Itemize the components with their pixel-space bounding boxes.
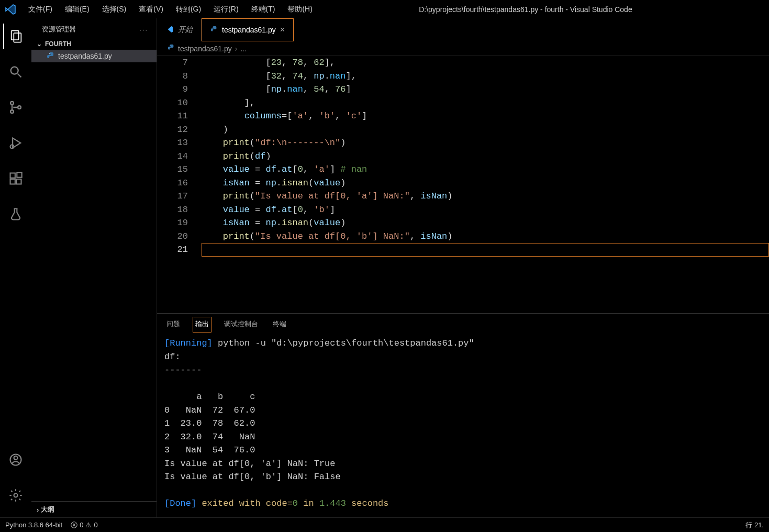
svg-rect-0 (12, 31, 19, 40)
line-number-gutter: 78910 11121314 15161718 192021 (157, 56, 202, 313)
output-done-msg: exited with (196, 498, 266, 508)
panel-tabs: 问题 输出 调试控制台 终端 (157, 314, 769, 332)
menu-help[interactable]: 帮助(H) (282, 3, 317, 16)
menu-edit[interactable]: 编辑(E) (60, 3, 95, 16)
tab-label: testpandas61.py (222, 26, 276, 34)
source-control-icon[interactable] (3, 95, 28, 120)
svg-rect-10 (10, 179, 15, 184)
svg-point-5 (10, 110, 14, 113)
tab-label: 开始 (178, 25, 193, 35)
menu-file[interactable]: 文件(F) (23, 3, 58, 16)
chevron-right-icon: › (235, 45, 238, 53)
editor-tabs: 开始 testpandas61.py × (157, 18, 769, 41)
menu-terminal[interactable]: 终端(T) (246, 3, 281, 16)
status-bar: Python 3.8.6 64-bit ⓧ0 ⚠0 行 21, (0, 517, 769, 532)
panel-tab-problems[interactable]: 问题 (164, 317, 182, 332)
window-title: D:\pyprojects\fourth\testpandas61.py - f… (318, 5, 765, 14)
output-running-cmd: python -u "d:\pyprojects\fourth\testpand… (213, 338, 474, 348)
output-running-tag: [Running] (164, 338, 213, 348)
title-bar: 文件(F) 编辑(E) 选择(S) 查看(V) 转到(G) 运行(R) 终端(T… (0, 0, 769, 18)
code-content[interactable]: [23, 78, 62], [32, 74, np.nan], [np.nan,… (202, 56, 769, 313)
accounts-icon[interactable] (3, 447, 28, 472)
status-python-version[interactable]: Python 3.8.6 64-bit (5, 521, 62, 529)
explorer-title: 资源管理器 (42, 25, 76, 34)
svg-line-3 (18, 74, 21, 77)
svg-rect-9 (10, 173, 15, 178)
warning-icon: ⚠ (85, 521, 92, 529)
extensions-icon[interactable] (3, 166, 28, 191)
svg-rect-12 (17, 172, 21, 177)
panel-tab-terminal[interactable]: 终端 (271, 317, 288, 332)
svg-point-14 (14, 456, 18, 460)
menu-select[interactable]: 选择(S) (97, 3, 132, 16)
svg-point-2 (11, 67, 18, 74)
svg-point-16 (49, 53, 50, 54)
tab-welcome[interactable]: 开始 (157, 18, 202, 41)
outline-section[interactable]: › 大纲 (31, 501, 157, 517)
python-file-icon (47, 52, 55, 60)
menu-run[interactable]: 运行(R) (208, 3, 243, 16)
file-tree-item[interactable]: testpandas61.py (31, 50, 157, 62)
project-name: FOURTH (45, 40, 71, 48)
close-icon[interactable]: × (280, 25, 285, 35)
chevron-right-icon: › (37, 506, 39, 514)
settings-gear-icon[interactable] (3, 483, 28, 508)
editor-area: 开始 testpandas61.py × testpandas61.py › .… (157, 18, 769, 517)
svg-rect-1 (14, 33, 21, 42)
python-file-icon (168, 44, 175, 53)
python-file-icon (210, 26, 218, 35)
menu-goto[interactable]: 转到(G) (171, 3, 206, 16)
file-name: testpandas61.py (58, 52, 112, 60)
explorer-sidebar: 资源管理器 ··· ⌄ FOURTH testpandas61.py › 大纲 (31, 18, 157, 517)
activity-bar (0, 18, 31, 517)
svg-rect-11 (16, 179, 21, 184)
status-problems[interactable]: ⓧ0 ⚠0 (71, 520, 97, 530)
output-done-tag: [Done] (164, 498, 196, 508)
vscode-logo-icon (4, 3, 17, 16)
outline-label: 大纲 (41, 505, 54, 514)
tab-testpandas61[interactable]: testpandas61.py × (202, 18, 294, 41)
project-folder[interactable]: ⌄ FOURTH (31, 38, 157, 50)
output-content[interactable]: [Running] python -u "d:\pyprojects\fourt… (157, 332, 769, 517)
breadcrumb-more: ... (240, 45, 247, 53)
output-body: df: ------- a b c 0 NaN 72 67.0 1 23.0 7… (164, 352, 341, 482)
menu-bar: 文件(F) 编辑(E) 选择(S) 查看(V) 转到(G) 运行(R) 终端(T… (23, 3, 318, 16)
explorer-icon[interactable] (3, 24, 28, 49)
svg-point-4 (10, 102, 14, 105)
testing-icon[interactable] (3, 202, 28, 227)
status-cursor-position[interactable]: 行 21, (745, 520, 764, 530)
code-editor[interactable]: 78910 11121314 15161718 192021 [23, 78, … (157, 56, 769, 313)
panel-tab-debug-console[interactable]: 调试控制台 (222, 317, 260, 332)
chevron-down-icon: ⌄ (37, 40, 43, 48)
svg-point-15 (14, 494, 18, 497)
error-icon: ⓧ (71, 520, 77, 530)
panel-tab-output[interactable]: 输出 (193, 317, 211, 332)
search-icon[interactable] (3, 59, 28, 84)
svg-point-8 (10, 145, 14, 149)
breadcrumb-file: testpandas61.py (178, 45, 232, 53)
vscode-logo-icon (165, 25, 174, 35)
svg-point-6 (18, 106, 21, 109)
run-debug-icon[interactable] (3, 130, 28, 156)
menu-view[interactable]: 查看(V) (133, 3, 169, 16)
breadcrumb[interactable]: testpandas61.py › ... (157, 41, 769, 56)
explorer-more-icon[interactable]: ··· (139, 26, 148, 34)
bottom-panel: 问题 输出 调试控制台 终端 [Running] python -u "d:\p… (157, 313, 769, 517)
